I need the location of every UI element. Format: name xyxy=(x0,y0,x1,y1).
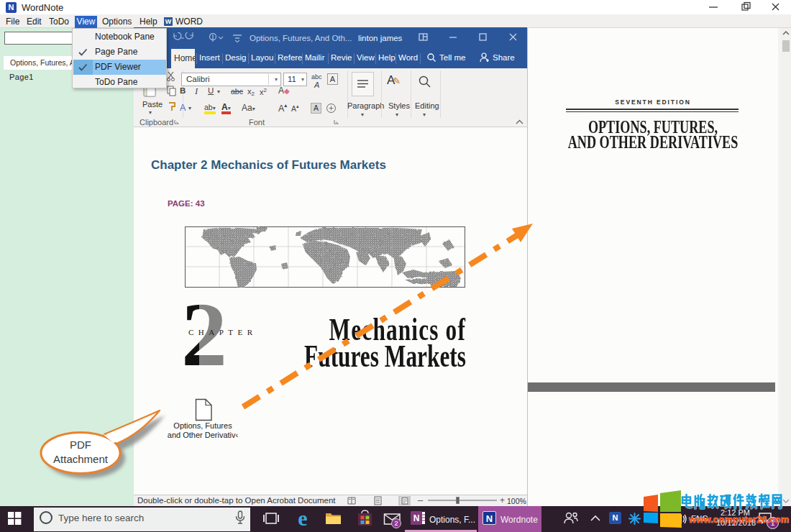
svg-text:N: N xyxy=(413,513,420,523)
svg-text:www.computer26.com: www.computer26.com xyxy=(688,514,789,525)
svg-text:Attachment: Attachment xyxy=(53,453,109,465)
svg-text:PDF: PDF xyxy=(70,439,91,451)
